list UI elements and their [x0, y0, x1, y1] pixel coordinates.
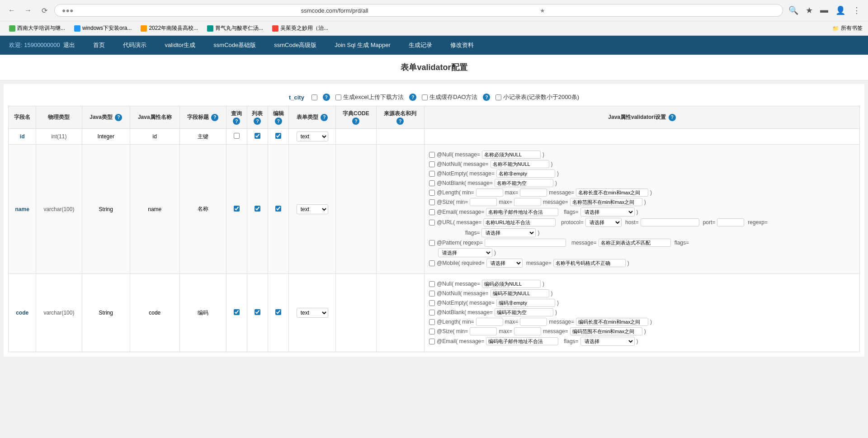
search-icon[interactable]: 🔍: [787, 4, 800, 17]
length-max-input[interactable]: [520, 188, 547, 197]
help-icon-form-type[interactable]: ?: [321, 114, 328, 121]
email-message-input[interactable]: [486, 208, 558, 216]
length-min-input[interactable]: [476, 188, 503, 197]
mobile-checkbox[interactable]: [429, 260, 435, 266]
size-checkbox-code[interactable]: [429, 329, 435, 334]
bookmarks-all-label[interactable]: 📁 所有书签: [832, 24, 863, 32]
nav-ssm-advanced[interactable]: ssmCode高级版: [265, 36, 326, 55]
forward-button[interactable]: →: [22, 4, 34, 17]
notblank-message-input-code[interactable]: [495, 308, 553, 316]
small-table-checkbox[interactable]: [495, 94, 501, 100]
list-checkbox-code[interactable]: [255, 309, 260, 315]
bookmark-1[interactable]: 西南大学培训与继...: [5, 23, 69, 33]
query-checkbox-id[interactable]: [234, 133, 240, 139]
size-message-input[interactable]: [570, 198, 642, 206]
edit-checkbox-code[interactable]: [275, 309, 281, 315]
cache-dao-checkbox[interactable]: [422, 94, 428, 100]
pattern-regexp-input[interactable]: [485, 239, 566, 247]
help-icon-excel[interactable]: ?: [409, 94, 416, 101]
notnull-checkbox[interactable]: [429, 161, 435, 167]
url-port-input[interactable]: [717, 218, 744, 226]
profile-icon[interactable]: 👤: [834, 4, 847, 17]
form-type-select-name[interactable]: text textarea select: [297, 204, 328, 214]
length-checkbox[interactable]: [429, 190, 435, 196]
null-checkbox-code[interactable]: [429, 281, 435, 287]
length-min-input-code[interactable]: [476, 318, 503, 326]
notnull-message-input[interactable]: [491, 160, 549, 168]
size-min-input[interactable]: [470, 198, 497, 206]
help-icon-field-title[interactable]: ?: [211, 114, 218, 121]
size-message-input-code[interactable]: [570, 327, 642, 335]
mobile-message-input[interactable]: [553, 259, 626, 267]
notempty-checkbox[interactable]: [429, 171, 435, 177]
list-checkbox-name[interactable]: [255, 206, 260, 212]
nav-modify-info[interactable]: 修改资料: [441, 36, 483, 55]
null-message-input-code[interactable]: [482, 280, 541, 288]
nav-ssm-basic[interactable]: ssmCode基础版: [204, 36, 265, 55]
edit-checkbox-id[interactable]: [275, 133, 281, 139]
email-flags-select[interactable]: 请选择: [580, 207, 635, 217]
size-max-input[interactable]: [514, 198, 541, 206]
excel-checkbox[interactable]: [335, 94, 341, 100]
query-checkbox-name[interactable]: [234, 206, 240, 212]
url-host-input[interactable]: [641, 218, 699, 226]
menu-icon[interactable]: ⋮: [851, 4, 863, 17]
back-button[interactable]: ←: [5, 4, 18, 17]
notempty-message-input-code[interactable]: [496, 299, 555, 307]
help-icon-java-type[interactable]: ?: [115, 114, 122, 121]
email-checkbox[interactable]: [429, 209, 435, 215]
help-icon-query[interactable]: ?: [233, 118, 240, 125]
help-icon-source[interactable]: ?: [396, 118, 404, 125]
length-checkbox-code[interactable]: [429, 319, 435, 325]
length-max-input-code[interactable]: [520, 318, 547, 326]
mobile-required-select[interactable]: 请选择: [486, 259, 523, 268]
nav-validator[interactable]: validtor生成: [156, 36, 204, 55]
pattern-message-input[interactable]: [599, 239, 671, 247]
nav-generation-record[interactable]: 生成记录: [400, 36, 441, 55]
notnull-checkbox-code[interactable]: [429, 291, 435, 297]
list-checkbox-id[interactable]: [255, 133, 260, 139]
address-bar[interactable]: ●●● ssmcode.com/form/prd/all ★: [54, 4, 783, 17]
length-message-input[interactable]: [576, 188, 648, 197]
url-checkbox[interactable]: [429, 220, 435, 226]
length-message-input-code[interactable]: [576, 318, 648, 326]
size-checkbox[interactable]: [429, 199, 435, 205]
edit-checkbox-name[interactable]: [275, 206, 281, 212]
nav-home[interactable]: 首页: [84, 36, 114, 55]
help-icon-dict[interactable]: ?: [352, 118, 359, 125]
reload-button[interactable]: ⟳: [38, 4, 51, 17]
url-message-input[interactable]: [483, 218, 556, 226]
null-message-input[interactable]: [482, 151, 541, 159]
bookmark-icon[interactable]: ★: [804, 4, 815, 17]
help-icon-cache[interactable]: ?: [483, 94, 490, 101]
table-name-checkbox[interactable]: [311, 94, 317, 100]
notblank-checkbox-code[interactable]: [429, 310, 435, 316]
email-checkbox-code[interactable]: [429, 339, 435, 344]
url-protocol-select[interactable]: 请选择: [585, 218, 622, 227]
nav-join-sql[interactable]: Join Sql 生成 Mapper: [326, 36, 400, 55]
bookmark-3[interactable]: 2022年南陵县高校...: [137, 23, 202, 33]
help-icon-edit[interactable]: ?: [275, 118, 282, 125]
bookmark-2[interactable]: windows下安装ora...: [71, 23, 135, 33]
url-flags-select[interactable]: 请选择: [481, 228, 536, 237]
help-icon-validator[interactable]: ?: [669, 114, 676, 121]
notempty-checkbox-code[interactable]: [429, 300, 435, 306]
help-icon-list[interactable]: ?: [254, 118, 261, 125]
pattern-checkbox[interactable]: [429, 240, 435, 246]
nav-code-demo[interactable]: 代码演示: [114, 36, 156, 55]
size-min-input-code[interactable]: [470, 327, 497, 335]
notblank-checkbox[interactable]: [429, 180, 435, 186]
form-type-select-code[interactable]: text textarea select: [297, 308, 328, 318]
logout-button[interactable]: 退出: [63, 42, 75, 48]
notempty-message-input[interactable]: [496, 170, 555, 178]
email-flags-select-code[interactable]: 请选择: [580, 337, 635, 346]
notnull-message-input-code[interactable]: [491, 289, 549, 297]
query-checkbox-code[interactable]: [234, 309, 240, 315]
email-message-input-code[interactable]: [486, 337, 558, 345]
bookmark-4[interactable]: 胃气丸与酸枣仁汤...: [203, 23, 267, 33]
form-type-select-id[interactable]: text textarea select: [297, 132, 328, 141]
bookmark-5[interactable]: 吴茱萸之妙用（治...: [269, 23, 332, 33]
notblank-message-input[interactable]: [495, 179, 553, 187]
extensions-icon[interactable]: ▬: [818, 4, 830, 17]
pattern-flags-select[interactable]: 请选择: [438, 248, 492, 257]
